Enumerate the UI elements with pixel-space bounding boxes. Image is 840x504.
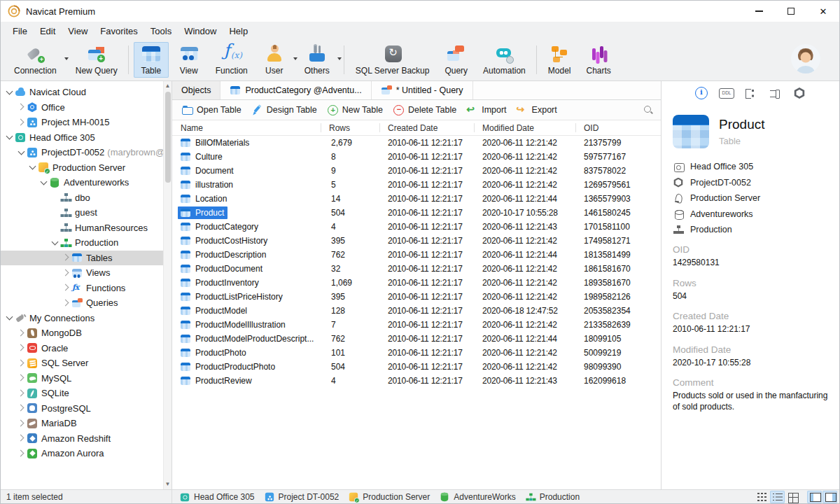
- column-header[interactable]: OID: [575, 120, 661, 135]
- tree-expander-icon[interactable]: [17, 358, 27, 368]
- tree-expander-icon[interactable]: [50, 192, 60, 202]
- table-row[interactable]: ProductListPriceHistory 395 2010-06-11 1…: [172, 290, 661, 304]
- toolbar-button[interactable]: Query: [438, 42, 474, 78]
- table-row[interactable]: illustration 5 2010-06-11 12:21:17 2020-…: [172, 178, 661, 192]
- tree-item[interactable]: ProjectDT-0052 (marybrown@: [1, 145, 163, 160]
- tree-item[interactable]: Amazon Aurora: [1, 446, 163, 461]
- tab[interactable]: Objects: [172, 81, 220, 99]
- tab[interactable]: ProductCategory @Adventu...: [220, 81, 371, 99]
- object-toolbar-button[interactable]: Design Table: [246, 102, 322, 118]
- tree-item[interactable]: Functions: [1, 281, 163, 296]
- tree-expander-icon[interactable]: [5, 313, 15, 323]
- table-row[interactable]: ProductModelProductDescript... 762 2010-…: [172, 332, 661, 346]
- column-header[interactable]: Created Date: [379, 120, 474, 135]
- table-row[interactable]: ProductDescription 762 2010-06-11 12:21:…: [172, 248, 661, 262]
- tree-expander-icon[interactable]: [62, 268, 71, 278]
- object-toolbar-button[interactable]: Delete Table: [388, 102, 461, 118]
- column-header[interactable]: Name: [172, 120, 321, 135]
- toolbar-button[interactable]: Table: [134, 42, 169, 78]
- scroll-up-icon[interactable]: ▲: [164, 82, 172, 90]
- tree-item[interactable]: Production Server: [1, 160, 163, 176]
- object-toolbar-button[interactable]: Import: [461, 102, 511, 118]
- tree-item[interactable]: PostgreSQL: [1, 401, 163, 416]
- table-row[interactable]: ProductCostHistory 395 2010-06-11 12:21:…: [172, 234, 661, 248]
- tree-item[interactable]: MySQL: [1, 371, 163, 386]
- toolbar-button[interactable]: Function: [209, 42, 254, 78]
- project-icon[interactable]: [793, 87, 806, 99]
- toolbar-button[interactable]: Charts: [580, 42, 617, 78]
- menu-item[interactable]: Edit: [34, 26, 62, 36]
- grid-view-icon[interactable]: [755, 491, 769, 503]
- scrollbar-thumb[interactable]: [165, 92, 171, 183]
- tree-expander-icon[interactable]: [17, 118, 27, 127]
- detail-view-icon[interactable]: [785, 491, 800, 503]
- table-row[interactable]: Product 504 2010-06-11 12:21:17 2020-10-…: [172, 206, 661, 220]
- table-row[interactable]: ProductDocument 32 2010-06-11 12:21:17 2…: [172, 262, 661, 276]
- table-row[interactable]: ProductProductPhoto 504 2010-06-11 12:21…: [172, 360, 661, 374]
- toolbar-button[interactable]: Connection: [8, 42, 66, 78]
- tree-expander-icon[interactable]: [62, 283, 71, 293]
- tab[interactable]: * Untitled - Query: [372, 81, 473, 99]
- tree-item[interactable]: Navicat Cloud: [1, 85, 163, 100]
- tree-item[interactable]: Production: [1, 235, 163, 251]
- table-row[interactable]: ProductPhoto 101 2010-06-11 12:21:17 202…: [172, 346, 661, 360]
- ddl-icon[interactable]: [720, 87, 732, 99]
- tree-expander-icon[interactable]: [17, 343, 27, 353]
- toolbar-button[interactable]: SQL Server Backup: [349, 42, 436, 78]
- tree-expander-icon[interactable]: [50, 208, 60, 218]
- menu-item[interactable]: File: [6, 26, 34, 36]
- tree-item[interactable]: My Connections: [1, 311, 163, 326]
- tree-item[interactable]: Project MH-0015: [1, 115, 163, 130]
- close-button[interactable]: ✕: [807, 1, 839, 22]
- table-row[interactable]: ProductInventory 1,069 2010-06-11 12:21:…: [172, 276, 661, 290]
- member-of-icon[interactable]: [744, 87, 757, 99]
- tree-expander-icon[interactable]: [5, 88, 15, 97]
- toolbar-button[interactable]: View: [172, 42, 206, 78]
- menu-item[interactable]: View: [62, 26, 94, 36]
- tree-item[interactable]: MongoDB: [1, 326, 163, 341]
- tree-expander-icon[interactable]: [17, 433, 27, 443]
- toolbar-button[interactable]: New Query: [69, 42, 124, 78]
- tree-scrollbar[interactable]: ▲ ▼: [163, 81, 172, 489]
- tree-expander-icon[interactable]: [50, 238, 60, 248]
- dependencies-icon[interactable]: [769, 87, 781, 99]
- tree-item[interactable]: Adventureworks: [1, 175, 163, 190]
- list-view-icon[interactable]: [770, 491, 785, 503]
- tree-expander-icon[interactable]: [17, 388, 27, 398]
- tree-item[interactable]: dbo: [1, 190, 163, 206]
- tree-item[interactable]: Oracle: [1, 341, 163, 356]
- object-toolbar-button[interactable]: New Table: [322, 102, 388, 118]
- tree-expander-icon[interactable]: [39, 178, 49, 188]
- scroll-down-icon[interactable]: ▼: [164, 480, 172, 489]
- table-row[interactable]: ProductModel 128 2010-06-11 12:21:17 202…: [172, 304, 661, 318]
- tree-expander-icon[interactable]: [17, 148, 27, 158]
- tree-item[interactable]: SQL Server: [1, 356, 163, 371]
- tree-item[interactable]: SQLite: [1, 386, 163, 401]
- tree-expander-icon[interactable]: [50, 223, 60, 232]
- table-row[interactable]: Culture 8 2010-06-11 12:21:17 2020-06-11…: [172, 150, 661, 164]
- menu-item[interactable]: Tools: [144, 26, 178, 36]
- toggle-left-pane-icon[interactable]: [807, 491, 822, 503]
- toggle-right-pane-icon[interactable]: [822, 491, 837, 503]
- table-row[interactable]: ProductCategory 4 2010-06-11 12:21:17 20…: [172, 220, 661, 234]
- toolbar-button[interactable]: User: [257, 42, 295, 78]
- toolbar-button[interactable]: Others: [298, 42, 340, 78]
- tree-item[interactable]: Head Office 305: [1, 130, 163, 146]
- tree-expander-icon[interactable]: [28, 162, 38, 172]
- tree-item[interactable]: Tables: [1, 251, 163, 266]
- tree-expander-icon[interactable]: [17, 449, 27, 458]
- tree-item[interactable]: HumanResources: [1, 220, 163, 236]
- tree-expander-icon[interactable]: [17, 328, 27, 338]
- general-info-icon[interactable]: [695, 87, 708, 99]
- search-icon[interactable]: [643, 104, 654, 115]
- toolbar-button[interactable]: Model: [542, 42, 578, 78]
- toolbar-button[interactable]: Automation: [477, 42, 532, 78]
- tree-expander-icon[interactable]: [5, 132, 15, 142]
- tree-expander-icon[interactable]: [17, 419, 27, 428]
- tree-expander-icon[interactable]: [17, 102, 27, 112]
- tree-expander-icon[interactable]: [62, 253, 71, 262]
- tree-item[interactable]: guest: [1, 205, 163, 220]
- column-header[interactable]: Modified Date: [474, 120, 575, 135]
- minimize-button[interactable]: [743, 1, 775, 22]
- tree-item[interactable]: MariaDB: [1, 416, 163, 431]
